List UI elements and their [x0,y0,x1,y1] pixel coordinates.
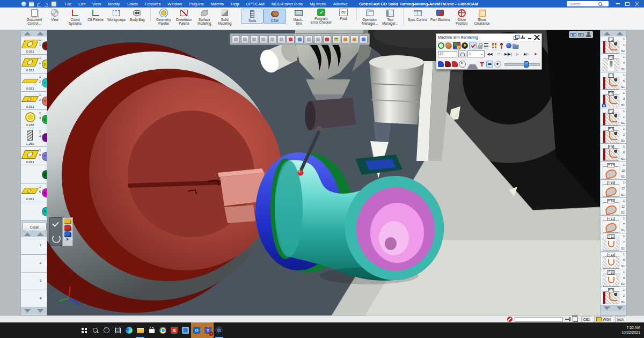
lock-icon[interactable] [478,45,482,49]
empty-slot-tile[interactable]: 2 [21,255,47,273]
layers-icon[interactable] [296,35,304,43]
task-view-icon[interactable] [112,322,123,338]
cube-icon[interactable] [341,35,349,43]
do-it-button[interactable] [50,218,62,232]
workgroup-tab[interactable]: 4 [42,97,47,106]
tool-tile[interactable]: 10 [21,202,47,221]
clear-button[interactable]: Clear [22,223,47,231]
target-icon[interactable] [459,61,466,68]
sim-window-titlebar[interactable]: Machine Sim Rendering [436,34,541,41]
customize-icon[interactable] [52,2,56,6]
status-lights-icon[interactable] [491,42,497,49]
search-input[interactable] [568,2,598,6]
flow-hand-blue-icon[interactable] [64,231,71,237]
post-button[interactable]: G1 Post [333,8,357,20]
swap-icon[interactable] [314,35,322,43]
cs-palette-button[interactable]: CS Palette [85,8,106,21]
operation-tile[interactable]: T 7 1 5 S1 [601,72,626,90]
taskbar-clock[interactable]: 7:52 AM 10/22/2021 [621,326,640,335]
expand-arrow-icon[interactable] [67,238,69,241]
sim-minimize-icon[interactable] [527,35,533,40]
fast-forward-button[interactable]: ▶▷ [522,51,530,57]
tool-manager-button[interactable]: Tool Manager... [380,8,404,25]
zoom-window-icon[interactable] [241,35,249,43]
flow-hand-red-icon[interactable] [64,225,71,231]
workgroup-tab[interactable]: 9 [42,188,47,197]
sim-close-icon[interactable] [534,35,540,40]
menu-item[interactable]: Macros [210,1,225,7]
tool-palette-scroll-up[interactable] [21,31,47,36]
operator-icon[interactable] [586,32,591,38]
search-box[interactable] [567,1,609,6]
cortana-icon[interactable] [101,322,112,338]
tool-tile[interactable]: 1.250 1 4 6 [21,128,47,146]
coord-systems-button[interactable]: Coord Systems [65,8,85,25]
window-layout-icon[interactable] [360,35,368,43]
close-button[interactable] [632,0,642,8]
operation-tile[interactable]: T 3 1 2 S1 [601,287,626,305]
menu-item[interactable]: Edit [77,1,86,7]
snip-tool-icon[interactable] [180,322,191,338]
redo-all-button[interactable] [50,232,62,246]
sync-control-button[interactable]: Sync Control [406,8,429,21]
sync-flow-icon[interactable] [578,32,584,38]
edge-icon[interactable] [123,322,135,338]
smartsheet-icon[interactable]: S [169,322,180,338]
show-stock-icon[interactable] [452,61,458,67]
menu-item[interactable]: File [64,1,72,7]
units-cell[interactable]: inch [615,316,626,323]
operation-manager-button[interactable]: Operation Manager... [360,8,380,25]
tool-tile[interactable]: 0.031 1 6 9 [21,183,47,202]
speed-select[interactable]: 1 ∨ [467,50,485,57]
trash-icon[interactable] [573,317,578,322]
interrupt-icon[interactable] [507,317,513,322]
operation-tile[interactable]: T 15 1 9 S1 [601,269,626,287]
program-error-checker-button[interactable]: ✓ Program Error Checker [309,8,333,24]
menu-item[interactable]: OPTICAM [245,1,266,7]
view-button[interactable]: View [45,8,65,21]
workgroup-tab[interactable]: 6 [42,133,47,142]
restore-button[interactable] [623,0,632,8]
stock-view-icon[interactable] [506,43,511,48]
operation-tile[interactable]: T 11 1 7 S1 [601,216,626,233]
file-explorer-icon[interactable] [135,322,146,338]
tool-display-icon[interactable] [479,61,485,67]
color-render-icon[interactable] [453,42,460,49]
chrome-icon[interactable] [157,322,169,338]
operation-tile[interactable]: T 11 1 7 S1 [601,233,626,251]
show-position-button[interactable]: Show Position [451,8,472,25]
cam-button[interactable]: CAM [264,9,286,24]
search-icon[interactable] [90,322,101,338]
operation-tile[interactable]: T 5 V 1 3 S1 [601,90,626,108]
operation-tile[interactable]: T 9 1 6 S1 [601,144,626,161]
workgroup-tab[interactable]: 2 [42,60,47,69]
render-quality-icon[interactable] [438,42,444,49]
home-position-icon[interactable] [458,50,466,57]
clipboard-icon[interactable] [250,35,258,43]
tool-tile[interactable]: 0.188 1 3 5 [21,110,47,128]
show-fixture-icon[interactable] [445,61,451,67]
flag-icon[interactable] [287,35,295,43]
open-sim-icon[interactable] [513,42,519,49]
body-bag-button[interactable]: Body Bag [127,8,151,21]
rewind-button[interactable]: ◀◀ [486,51,494,57]
document-control-button[interactable]: Document Control... [24,8,45,25]
coordinate-system-cell[interactable]: CS1 [581,316,592,323]
speed-slider[interactable] [504,61,540,67]
minimize-button[interactable] [613,0,623,8]
columns-icon[interactable] [332,35,340,43]
workgroup-cell[interactable]: WG4 [594,316,613,323]
save-icon[interactable] [29,2,34,6]
operations-scroll-up[interactable] [601,31,626,36]
menu-item[interactable]: Solids [126,1,138,7]
operation-tile[interactable]: T 3 1 2 S1 [601,126,626,144]
operations-scroll-down[interactable] [601,305,626,311]
menu-item[interactable]: View [91,1,102,7]
dimension-palette-button[interactable]: Dimension Palette [174,8,194,25]
flow-hand-yellow-icon[interactable] [64,218,71,224]
step-button[interactable]: ▶|▶| [504,51,512,57]
run-mode-icon[interactable] [499,42,505,49]
pie-icon[interactable] [350,35,358,43]
workgroup-tab[interactable]: 8 [42,170,47,179]
geometry-palette-button[interactable]: Geometry Palette [153,8,174,25]
